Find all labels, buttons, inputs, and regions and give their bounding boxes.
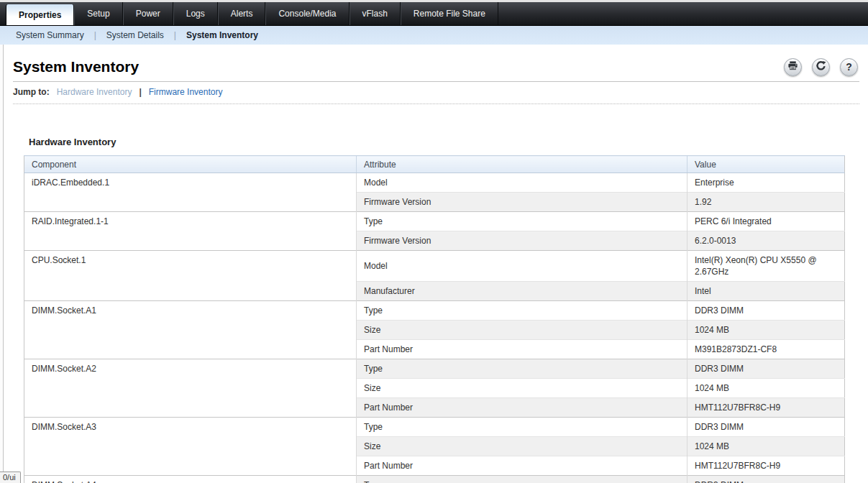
attribute-cell: Manufacturer (357, 282, 687, 301)
value-cell: 6.2.0-0013 (687, 231, 845, 251)
table-header-row: ComponentAttributeValue (24, 156, 845, 173)
value-cell: DDR3 DIMM (687, 359, 845, 379)
refresh-icon (816, 60, 826, 74)
component-cell-dimm-socket-a1: DIMM.Socket.A1 (24, 301, 357, 359)
icon-buttons: ? (784, 58, 858, 76)
table-row: DIMM.Socket.A4TypeDDR3 DIMM (24, 476, 845, 483)
dotted-divider (13, 104, 859, 104)
attribute-cell: Firmware Version (357, 193, 687, 212)
attribute-cell: Part Number (357, 456, 687, 476)
attribute-cell: Size (357, 437, 687, 456)
value-cell: HMT112U7BFR8C-H9 (687, 398, 845, 418)
sub-nav-separator: | (167, 30, 183, 40)
table-row: CPU.Socket.1ModelIntel(R) Xeon(R) CPU X5… (24, 251, 845, 282)
help-button[interactable]: ? (840, 58, 858, 76)
attribute-cell: Part Number (357, 340, 687, 359)
hardware-inventory-table: ComponentAttributeValue iDRAC.Embedded.1… (24, 155, 845, 483)
value-cell: PERC 6/i Integrated (687, 212, 845, 231)
jump-to-row: Jump to: Hardware Inventory | Firmware I… (13, 87, 859, 97)
value-cell: DDR3 DIMM (687, 476, 845, 483)
attribute-cell: Type (357, 418, 687, 437)
page-title: System Inventory (13, 58, 139, 75)
attribute-cell: Type (357, 359, 687, 379)
attribute-cell: Type (357, 212, 687, 231)
tab-properties[interactable]: Properties (6, 4, 74, 25)
value-cell: M391B2873DZ1-CF8 (687, 340, 845, 359)
attribute-cell: Type (357, 301, 687, 321)
value-cell: DDR3 DIMM (687, 301, 845, 321)
value-cell: 1024 MB (687, 379, 845, 398)
component-cell-raid-integrated-1-1: RAID.Integrated.1-1 (24, 212, 357, 251)
table-row: DIMM.Socket.A1TypeDDR3 DIMM (24, 301, 845, 321)
attribute-cell: Type (357, 476, 687, 483)
value-cell: HMT112U7BFR8C-H9 (687, 456, 845, 476)
sub-nav-item-system-summary[interactable]: System Summary (13, 30, 87, 40)
component-cell-idrac-embedded-1: iDRAC.Embedded.1 (24, 173, 357, 212)
table-row: RAID.Integrated.1-1TypePERC 6/i Integrat… (24, 212, 845, 231)
sub-nav: System Summary|System Details|System Inv… (0, 26, 868, 45)
jump-to-label: Jump to: (13, 87, 50, 97)
component-cell-dimm-socket-a4: DIMM.Socket.A4 (24, 476, 357, 483)
component-cell-cpu-socket-1: CPU.Socket.1 (24, 251, 357, 301)
value-cell: 1.92 (687, 193, 845, 212)
help-icon: ? (846, 62, 852, 72)
tab-console-media[interactable]: Console/Media (265, 2, 349, 25)
browser-status-tooltip: 0/ui (0, 472, 21, 483)
sub-nav-separator: | (87, 30, 104, 40)
jump-link-hardware-inventory[interactable]: Hardware Inventory (57, 87, 132, 97)
tab-remote-file-share[interactable]: Remote File Share (401, 2, 498, 25)
tab-power[interactable]: Power (123, 2, 173, 25)
header-divider (13, 81, 859, 82)
tab-vflash[interactable]: vFlash (350, 2, 401, 25)
table-row: DIMM.Socket.A2TypeDDR3 DIMM (24, 359, 845, 379)
attribute-cell: Model (357, 251, 687, 282)
print-button[interactable] (784, 58, 802, 76)
value-cell: 1024 MB (687, 321, 845, 340)
component-cell-dimm-socket-a3: DIMM.Socket.A3 (24, 418, 357, 476)
title-row: System Inventory (13, 54, 859, 80)
table-body: iDRAC.Embedded.1ModelEnterpriseFirmware … (24, 173, 845, 483)
column-header-value: Value (687, 156, 845, 173)
table-row: iDRAC.Embedded.1ModelEnterprise (24, 173, 845, 193)
value-cell: Intel(R) Xeon(R) CPU X5550 @ 2.67GHz (687, 251, 845, 282)
table-row: DIMM.Socket.A3TypeDDR3 DIMM (24, 418, 845, 437)
value-cell: Enterprise (687, 173, 845, 193)
hardware-inventory-heading: Hardware Inventory (29, 137, 859, 147)
value-cell: Intel (687, 282, 845, 301)
value-cell: DDR3 DIMM (687, 418, 845, 437)
attribute-cell: Part Number (357, 398, 687, 418)
component-cell-dimm-socket-a2: DIMM.Socket.A2 (24, 359, 357, 418)
attribute-cell: Firmware Version (357, 231, 687, 251)
tab-setup[interactable]: Setup (74, 2, 122, 25)
tab-alerts[interactable]: Alerts (218, 2, 266, 25)
main-content: System Inventory (0, 54, 868, 483)
value-cell: 1024 MB (687, 437, 845, 456)
print-icon (787, 60, 798, 74)
jump-separator: | (139, 87, 141, 97)
tab-bar: PropertiesSetupPowerLogsAlertsConsole/Me… (0, 2, 868, 26)
jump-link-firmware-inventory[interactable]: Firmware Inventory (149, 87, 223, 97)
attribute-cell: Size (357, 379, 687, 398)
column-header-component: Component (24, 156, 357, 173)
refresh-button[interactable] (812, 58, 830, 76)
attribute-cell: Size (357, 321, 687, 340)
attribute-cell: Model (357, 173, 687, 193)
column-header-attribute: Attribute (357, 156, 687, 173)
tab-logs[interactable]: Logs (173, 2, 218, 25)
sub-nav-item-system-details[interactable]: System Details (104, 30, 167, 40)
sub-nav-item-system-inventory[interactable]: System Inventory (183, 30, 261, 40)
